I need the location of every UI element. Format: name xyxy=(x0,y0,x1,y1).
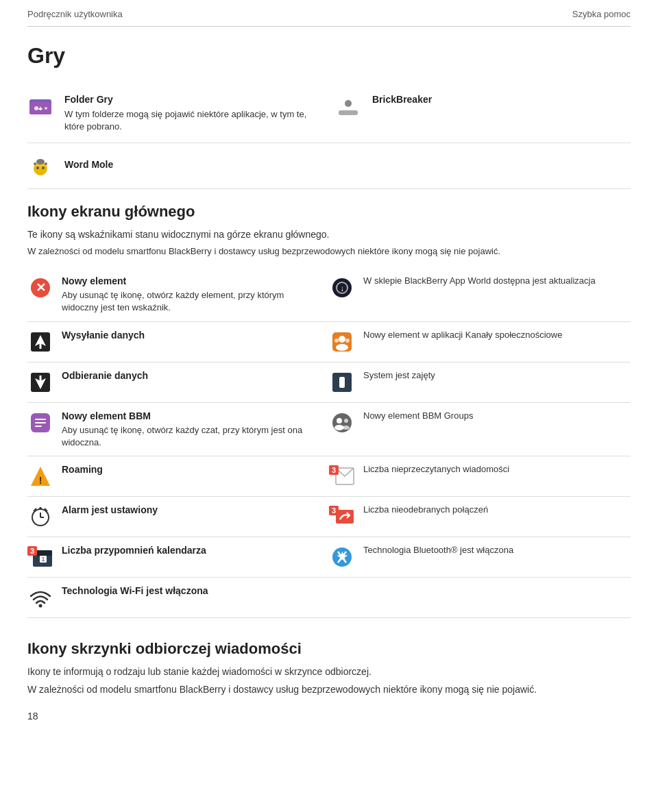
svg-point-25 xyxy=(336,344,348,351)
page-header: Podręcznik użytkownika Szybka pomoc xyxy=(27,0,631,27)
przypomnienia-cell: 3 1 Liczba przypomnień kalendarza xyxy=(27,544,329,570)
header-right: Szybka pomoc xyxy=(572,8,631,21)
icon-row-5: ! Roaming 3 Liczba nieprzeczytanych wiad… xyxy=(27,456,631,497)
odbieranie-label: Odbieranie danych xyxy=(62,369,315,383)
odbieranie-icon xyxy=(27,369,53,395)
kanaly-label: Nowy element w aplikacji Kanały społeczn… xyxy=(363,329,617,341)
section-gry: Gry Folder Gry W tym folderze mogą się p… xyxy=(27,40,631,189)
system-zajety-label: System jest zajęty xyxy=(363,369,617,382)
przypomnienia-icon: 3 1 xyxy=(27,544,53,570)
svg-point-64 xyxy=(39,604,42,608)
system-zajety-text: System jest zajęty xyxy=(363,369,617,382)
nowy-element-icon: ✕ xyxy=(27,275,53,301)
icon-row-7: 3 1 Liczba przypomnień kalendarza ★ Tech… xyxy=(27,537,631,578)
folder-gry-icon xyxy=(27,93,53,119)
brickbreaker-text: BrickBreaker xyxy=(372,93,432,108)
social-icon-svg xyxy=(331,331,353,353)
roaming-icon-svg: ! xyxy=(29,465,51,487)
page-number: 18 xyxy=(27,710,631,730)
svg-text:1: 1 xyxy=(41,556,45,563)
calendar-icon-svg: 3 1 xyxy=(27,546,53,568)
svg-point-27 xyxy=(345,339,350,343)
svg-point-26 xyxy=(334,339,339,343)
wifi-label: Technologia Wi-Fi jest włączona xyxy=(62,585,315,598)
roaming-label: Roaming xyxy=(62,463,315,477)
roaming-text: Roaming xyxy=(62,463,315,478)
wysylanie-cell: Wysyłanie danych xyxy=(27,329,329,355)
alarm-text: Alarm jest ustawiony xyxy=(62,504,315,519)
svg-rect-13 xyxy=(34,162,36,165)
ikony-glowne-title: Ikony ekranu głównego xyxy=(27,201,631,223)
receive-icon-svg xyxy=(29,371,51,393)
wysylanie-text: Wysyłanie danych xyxy=(62,329,315,344)
nieprzeczytane-icon: 3 xyxy=(329,463,355,489)
svg-rect-14 xyxy=(45,162,47,165)
roaming-cell: ! Roaming xyxy=(27,463,329,489)
folder-gry-text: Folder Gry W tym folderze mogą się pojaw… xyxy=(64,93,323,133)
odbieranie-cell: Odbieranie danych xyxy=(27,369,329,395)
unread-icon-svg: 3 xyxy=(329,465,355,487)
svg-point-24 xyxy=(339,336,345,343)
nieprzeczytane-cell: 3 Liczba nieprzeczytanych wiadomości xyxy=(329,463,631,489)
bb-appworld-icon: ↓ xyxy=(329,275,355,301)
svg-rect-36 xyxy=(35,426,42,427)
folder-gry-label: Folder Gry xyxy=(64,93,323,107)
icon-row-8: Technologia Wi-Fi jest włączona xyxy=(27,578,631,618)
icon-row-4: Nowy element BBM Aby usunąć tę ikonę, ot… xyxy=(27,403,631,457)
wysylanie-label: Wysyłanie danych xyxy=(62,329,315,343)
wifi-icon xyxy=(27,585,53,611)
word-mole-text: Word Mole xyxy=(64,158,113,173)
bb-appworld-text: W sklepie BlackBerry App World dostępna … xyxy=(363,275,617,287)
wifi-icon-svg xyxy=(28,587,53,608)
nowy-bbm-groups-icon xyxy=(329,410,355,436)
nowy-bbm-text: Nowy element BBM Aby usunąć tę ikonę, ot… xyxy=(62,410,315,450)
svg-point-40 xyxy=(334,425,344,430)
word-mole-icon-box xyxy=(27,153,53,179)
nowy-bbm-groups-cell: Nowy element BBM Groups xyxy=(329,410,631,436)
bbm-icon-svg xyxy=(29,412,51,434)
wysylanie-icon xyxy=(27,329,53,355)
odbieranie-text: Odbieranie danych xyxy=(62,369,315,384)
nowy-bbm-groups-label: Nowy element BBM Groups xyxy=(363,410,617,422)
bluetooth-text: Technologia Bluetooth® jest włączona xyxy=(363,544,617,556)
kanaly-icon xyxy=(329,329,355,355)
svg-rect-6 xyxy=(339,110,358,115)
svg-point-10 xyxy=(36,167,39,169)
ikony-intro2: W zależności od modelu smartfonu BlackBe… xyxy=(27,245,631,258)
svg-rect-12 xyxy=(36,159,45,164)
svg-rect-4 xyxy=(38,108,42,110)
svg-point-41 xyxy=(343,426,350,430)
nieodebrane-icon: 3 xyxy=(329,504,355,530)
word-mole-label: Word Mole xyxy=(64,158,113,172)
skrzynka-intro2: W zależności od modelu smartfonu BlackBe… xyxy=(27,683,631,697)
bluetooth-cell: ★ Technologia Bluetooth® jest włączona xyxy=(329,544,631,570)
folder-gry-desc: W tym folderze mogą się pojawić niektóre… xyxy=(64,108,323,133)
folder-gry-left: Folder Gry W tym folderze mogą się pojaw… xyxy=(27,93,323,133)
send-icon-svg xyxy=(29,331,51,353)
system-zajety-icon xyxy=(329,369,355,395)
skrzynka-intro1: Ikony te informują o rodzaju lub stanie … xyxy=(27,665,631,679)
svg-point-52 xyxy=(39,507,42,510)
brickbreaker-icon-box xyxy=(335,93,361,119)
ikony-intro1: Te ikony są wskaźnikami stanu widocznymi… xyxy=(27,228,631,242)
folder-gry-row: Folder Gry W tym folderze mogą się pojaw… xyxy=(27,84,631,143)
przypomnienia-text: Liczba przypomnień kalendarza xyxy=(62,544,315,559)
brickbreaker-label: BrickBreaker xyxy=(372,93,432,107)
section-title-gry: Gry xyxy=(27,40,631,71)
brickbreaker-col: BrickBreaker xyxy=(335,93,631,119)
wifi-cell: Technologia Wi-Fi jest włączona xyxy=(27,585,329,611)
svg-point-5 xyxy=(45,107,47,110)
nowy-element-cell: ✕ Nowy element Aby usunąć tę ikonę, otwó… xyxy=(27,275,329,315)
new-item-icon-svg: ✕ xyxy=(29,277,51,299)
brickbreaker-icon-svg xyxy=(336,94,361,119)
bb-appworld-cell: ↓ W sklepie BlackBerry App World dostępn… xyxy=(329,275,631,301)
bbm-groups-icon-svg xyxy=(331,412,353,434)
nieprzeczytane-label: Liczba nieprzeczytanych wiadomości xyxy=(363,463,617,476)
header-left: Podręcznik użytkownika xyxy=(27,8,123,21)
wifi-text: Technologia Wi-Fi jest włączona xyxy=(62,585,315,600)
skrzynka-title: Ikony skrzynki odbiorczej wiadomości xyxy=(27,639,631,660)
roaming-icon: ! xyxy=(27,463,53,489)
alarm-icon-svg xyxy=(29,506,51,528)
nowy-bbm-desc: Aby usunąć tę ikonę, otwórz każdy czat, … xyxy=(62,424,315,449)
bb-appworld-label: W sklepie BlackBerry App World dostępna … xyxy=(363,275,617,287)
